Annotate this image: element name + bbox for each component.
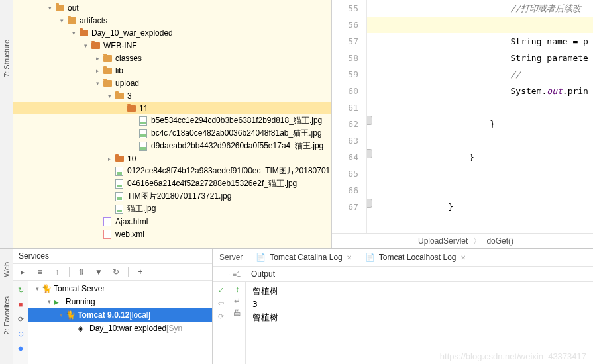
service-node[interactable]: ◈Day_10:war exploded [Syn (28, 322, 212, 335)
tree-label: 猫王.jpg (127, 203, 156, 214)
tree-node[interactable]: 10 (13, 152, 331, 165)
fold-grip-icon[interactable] (367, 116, 372, 125)
tree-node[interactable]: 11 (13, 102, 331, 114)
line-number: 61 (332, 99, 358, 116)
tree-node[interactable]: web.xml (13, 228, 331, 240)
service-node[interactable]: Running (28, 295, 212, 308)
expand-icon[interactable] (93, 80, 102, 87)
expand-icon[interactable] (32, 285, 42, 292)
output-label: Output (244, 269, 275, 279)
run-panel: Server 📄Tomcat Catalina Log✕ 📄Tomcat Loc… (212, 249, 593, 364)
browser-icon[interactable]: ⊙ (15, 328, 26, 339)
toolbar-refresh-icon[interactable]: ↻ (111, 267, 121, 277)
tree-label: classes (115, 54, 142, 63)
toolbar-filter-icon[interactable]: ▼ (93, 267, 104, 277)
toolbar-run-icon[interactable]: ▸ (17, 267, 28, 277)
breadcrumb-class[interactable]: UploadServlet (418, 236, 468, 246)
line-number: 58 (332, 50, 358, 66)
tree-label: Ajax.html (115, 217, 148, 226)
code-lines[interactable]: //打印或者后续改 String name = p String paramet… (367, 0, 593, 215)
line-number: 55 (332, 0, 358, 17)
expand-icon[interactable] (81, 42, 90, 49)
tree-node[interactable]: out (13, 1, 331, 14)
toolbar-add-icon[interactable]: + (135, 267, 146, 277)
line-number: 60 (332, 83, 358, 99)
tab-server[interactable]: Server (213, 249, 249, 266)
tree-node[interactable]: TIM图片20180701173721.jpg (13, 190, 331, 203)
toolbar-flat-icon[interactable]: ≡ (34, 267, 45, 277)
rerun-icon[interactable]: ↻ (15, 285, 26, 295)
services-panel: Services ▸ ≡ ↑ ⥮ ▼ ↻ + ↻ ■ ⟳ ⊙ ◆ 🐈Tomcat… (13, 249, 212, 364)
fold-grip-icon[interactable] (367, 149, 372, 158)
print-icon[interactable]: 🖶 (233, 308, 241, 318)
tree-node[interactable]: 猫王.jpg (13, 203, 331, 215)
line-number: 66 (332, 182, 358, 199)
running-icon (54, 297, 63, 306)
pin-icon[interactable]: ⟳ (15, 314, 26, 324)
expand-icon[interactable] (44, 298, 54, 305)
breadcrumb[interactable]: UploadServlet 〉 doGet() (332, 233, 593, 248)
fold-grip-icon[interactable] (367, 199, 372, 208)
web-tab[interactable]: Web (3, 262, 11, 277)
code-editor: 55565758596061626364656667 //打印或者后续改 Str… (332, 0, 593, 248)
structure-tab[interactable]: 7: Structure (3, 40, 11, 77)
stop-icon[interactable]: ■ (15, 299, 26, 310)
expand-icon[interactable] (69, 30, 78, 36)
line-number: 65 (332, 165, 358, 182)
left-tool-strip: 7: Structure (0, 0, 13, 248)
services-toolbar: ▸ ≡ ↑ ⥮ ▼ ↻ + (13, 263, 212, 281)
close-icon[interactable]: ✕ (347, 254, 352, 261)
service-node[interactable]: 🐈Tomcat Server (28, 282, 212, 295)
tree-label: d9daeabd2bb4432d96260da0f55e17a4_猫王.jpg (151, 140, 323, 152)
tree-node[interactable]: Day_10_war_exploded (13, 26, 331, 39)
expand-icon[interactable] (93, 68, 102, 74)
expand-icon[interactable] (45, 5, 54, 11)
tomcat-icon: 🐈 (42, 284, 51, 293)
service-node[interactable]: 🐈Tomcat 9.0.12 [local] (28, 308, 212, 322)
expand-icon[interactable] (57, 17, 66, 24)
tree-node[interactable]: classes (13, 52, 331, 64)
tree-node[interactable]: artifacts (13, 14, 331, 26)
redeploy-icon[interactable]: ⇦ (215, 298, 226, 308)
console-output[interactable]: 曾植树3曾植树 (246, 282, 593, 364)
tree-node[interactable]: upload (13, 77, 331, 89)
tree-label: 04616e6a214c4f52a27288eb15326e2f_猫王.jpg (127, 178, 297, 189)
tree-node[interactable]: 3 (13, 89, 331, 102)
check-icon[interactable]: ✓ (215, 285, 226, 295)
expand-icon[interactable] (105, 156, 114, 162)
line-number: 67 (332, 199, 358, 215)
expand-icon[interactable] (105, 93, 114, 99)
tree-node[interactable]: Ajax.html (13, 215, 331, 228)
wrap-icon[interactable]: ↵ (234, 296, 241, 306)
project-tree-panel: outartifactsDay_10_war_explodedWEB-INFcl… (13, 0, 332, 248)
tree-node[interactable]: d9daeabd2bb4432d96260da0f55e17a4_猫王.jpg (13, 140, 331, 152)
update-icon[interactable]: ⟳ (215, 311, 226, 322)
favorites-tab[interactable]: 2: Favorites (3, 296, 11, 334)
line-number: 64 (332, 149, 358, 165)
output-line: 3 (252, 298, 586, 311)
tree-node[interactable]: bc4c7c18a0ce482ab0036b24048f81ab_猫王.jpg (13, 127, 331, 140)
tree-label: upload (115, 79, 139, 88)
breadcrumb-method[interactable]: doGet() (486, 236, 513, 246)
toolbar-up-icon[interactable]: ↑ (52, 267, 62, 277)
line-number: 57 (332, 33, 358, 50)
debug-icon[interactable]: ◆ (15, 343, 26, 353)
scroll-icon[interactable]: ↕ (235, 285, 239, 294)
output-collapse-icon[interactable]: → ≡1 (213, 271, 244, 278)
tree-node[interactable]: WEB-INF (13, 39, 331, 52)
expand-icon[interactable] (56, 312, 66, 318)
close-icon[interactable]: ✕ (460, 254, 466, 261)
tree-node[interactable]: 0122ce84c8f74b12a983aedef91f00ec_TIM图片20… (13, 165, 331, 177)
tab-catalina-log[interactable]: 📄Tomcat Catalina Log✕ (249, 249, 358, 266)
toolbar-sort-icon[interactable]: ⥮ (76, 267, 87, 277)
tree-label: out (68, 3, 79, 13)
services-title: Services (13, 249, 212, 263)
tree-label: 10 (127, 154, 136, 163)
expand-icon[interactable] (93, 55, 102, 62)
tab-localhost-log[interactable]: 📄Tomcat Localhost Log✕ (358, 249, 472, 266)
line-number: 63 (332, 132, 358, 149)
services-sidebar: ↻ ■ ⟳ ⊙ ◆ (13, 281, 28, 364)
tree-node[interactable]: lib (13, 64, 331, 77)
tree-node[interactable]: 04616e6a214c4f52a27288eb15326e2f_猫王.jpg (13, 177, 331, 190)
tree-node[interactable]: b5e534cc1e294cd0b3be6381f2b9d818_猫王.jpg (13, 114, 331, 127)
